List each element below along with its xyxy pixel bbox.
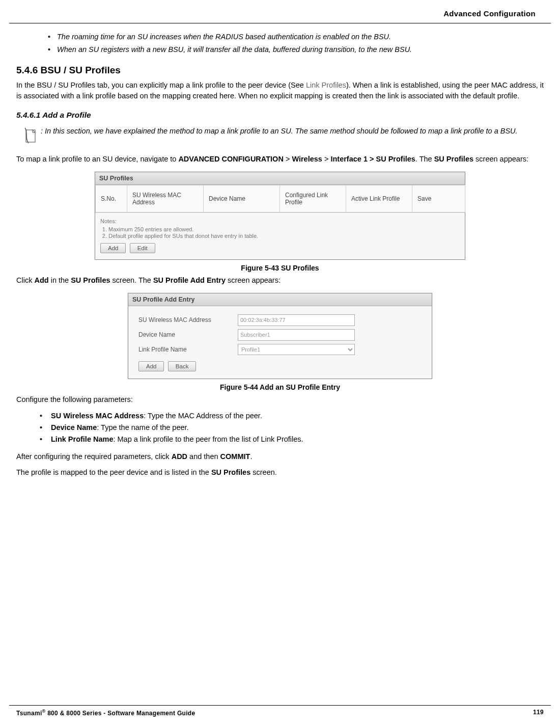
footer-text: 800 & 8000 Series - Software Management … <box>46 710 195 717</box>
device-label: Device Name <box>138 331 238 338</box>
form-row-mac: SU Wireless MAC Address <box>138 314 422 326</box>
col-active: Active Link Profile <box>346 185 412 212</box>
param-desc: : Map a link profile to the peer from th… <box>113 435 303 443</box>
note-text: : In this section, we have explained the… <box>41 126 518 137</box>
final-text: The profile is mapped to the peer device… <box>16 467 544 478</box>
body-bold: COMMIT <box>220 452 250 461</box>
nav-step: Interface 1 > SU Profiles <box>330 155 415 163</box>
body-text: in the <box>49 276 71 284</box>
back-button[interactable]: Back <box>168 361 197 371</box>
body-text: . The <box>415 155 434 163</box>
subsection-number: 5.4.6.1 <box>16 111 40 119</box>
param-desc: : Type the name of the peer. <box>97 423 188 432</box>
footer-rule <box>9 705 551 706</box>
panel-buttons: Add Back <box>138 361 422 371</box>
body-text: screen. The <box>110 276 153 284</box>
note-item: Maximum 250 entries are allowed. <box>108 226 460 232</box>
add-button[interactable]: Add <box>138 361 164 371</box>
body-text: . <box>250 452 252 461</box>
body-bold: SU Profiles <box>71 276 110 284</box>
footer-text: Tsunami <box>16 710 42 717</box>
body-text: Click <box>16 276 34 284</box>
param-desc: : Type the MAC Address of the peer. <box>144 412 262 420</box>
navigation-text: To map a link profile to an SU device, n… <box>16 154 544 165</box>
body-text: screen appears: <box>473 155 528 163</box>
param-name: SU Wireless MAC Address <box>51 412 144 420</box>
mac-label: SU Wireless MAC Address <box>138 316 238 323</box>
page-content: The roaming time for an SU increases whe… <box>0 23 560 478</box>
registered-icon: ® <box>42 709 46 714</box>
nav-step: ADVANCED CONFIGURATION <box>178 155 283 163</box>
form-row-device: Device Name <box>138 329 422 341</box>
body-text: In the BSU / SU Profiles tab, you can ex… <box>16 81 306 89</box>
device-input[interactable] <box>238 329 355 341</box>
body-text: After configuring the required parameter… <box>16 452 172 461</box>
page-footer: Tsunami® 800 & 8000 Series - Software Ma… <box>9 705 551 717</box>
body-text: The profile is mapped to the peer device… <box>16 468 211 476</box>
body-text: and then <box>187 452 220 461</box>
subsection-title: Add a Profile <box>42 111 91 119</box>
intro-bullets: The roaming time for an SU increases whe… <box>48 32 544 56</box>
mac-input[interactable] <box>238 314 355 326</box>
su-profile-add-panel: SU Profile Add Entry SU Wireless MAC Add… <box>128 293 432 379</box>
header-title: Advanced Configuration <box>443 9 536 18</box>
edit-button[interactable]: Edit <box>130 243 155 253</box>
col-save: Save <box>412 185 465 212</box>
link-profiles-ref[interactable]: Link Profiles <box>306 81 346 89</box>
col-sno: S.No. <box>96 185 127 212</box>
param-item: SU Wireless MAC Address: Type the MAC Ad… <box>37 410 544 422</box>
page-header: Advanced Configuration <box>0 0 560 23</box>
col-mac: SU Wireless MAC Address <box>127 185 204 212</box>
footer-product: Tsunami® 800 & 8000 Series - Software Ma… <box>16 709 195 717</box>
footer-content: Tsunami® 800 & 8000 Series - Software Ma… <box>9 709 551 717</box>
section-heading: 5.4.6 BSU / SU Profiles <box>16 65 544 76</box>
profile-select[interactable]: Profile1 <box>238 344 355 355</box>
after-config-text: After configuring the required parameter… <box>16 451 544 462</box>
panel-body: SU Wireless MAC Address Device Name Link… <box>128 306 432 379</box>
figure-1: SU Profiles S.No. SU Wireless MAC Addres… <box>16 172 544 272</box>
body-text: > <box>322 155 331 163</box>
configure-text: Configure the following parameters: <box>16 394 544 405</box>
nav-step: Wireless <box>292 155 322 163</box>
body-bold: SU Profile Add Entry <box>153 276 226 284</box>
page-number: 119 <box>533 709 544 717</box>
body-text: screen appears: <box>226 276 281 284</box>
body-text: screen. <box>250 468 277 476</box>
profile-label: Link Profile Name <box>138 346 238 353</box>
intro-bullet: When an SU registers with a new BSU, it … <box>48 44 544 56</box>
add-button[interactable]: Add <box>100 243 126 253</box>
figure-caption: Figure 5-44 Add an SU Profile Entry <box>16 383 544 391</box>
figure-caption: Figure 5-43 SU Profiles <box>16 264 544 272</box>
body-bold: ADD <box>172 452 187 461</box>
su-profiles-table: S.No. SU Wireless MAC Address Device Nam… <box>95 185 465 212</box>
section-title: BSU / SU Profiles <box>41 65 121 75</box>
body-text: To map a link profile to an SU device, n… <box>16 155 178 163</box>
notes-label: Notes: <box>100 218 460 224</box>
param-name: Device Name <box>51 423 97 432</box>
note-item: Default profile applied for SUs that don… <box>108 233 460 239</box>
form-row-profile: Link Profile Name Profile1 <box>138 344 422 355</box>
col-configured: Configured Link Profile <box>280 185 346 212</box>
click-add-text: Click Add in the SU Profiles screen. The… <box>16 275 544 286</box>
col-device: Device Name <box>204 185 280 212</box>
param-item: Device Name: Type the name of the peer. <box>37 422 544 434</box>
param-name: Link Profile Name <box>51 435 113 443</box>
param-list: SU Wireless MAC Address: Type the MAC Ad… <box>37 410 544 446</box>
intro-bullet: The roaming time for an SU increases whe… <box>48 32 544 43</box>
panel-header: SU Profiles <box>95 172 465 185</box>
notes-list: Maximum 250 entries are allowed. Default… <box>108 226 460 239</box>
nav-step: SU Profiles <box>434 155 473 163</box>
subsection-heading: 5.4.6.1 Add a Profile <box>16 111 544 120</box>
section-number: 5.4.6 <box>16 65 38 75</box>
body-bold: Add <box>34 276 48 284</box>
section-body: In the BSU / SU Profiles tab, you can ex… <box>16 80 544 101</box>
note-icon <box>23 127 39 147</box>
param-item: Link Profile Name: Map a link profile to… <box>37 434 544 445</box>
figure-2: SU Profile Add Entry SU Wireless MAC Add… <box>16 293 544 391</box>
body-bold: SU Profiles <box>211 468 250 476</box>
note-block: : In this section, we have explained the… <box>23 126 544 147</box>
panel-body: Notes: Maximum 250 entries are allowed. … <box>95 212 465 259</box>
panel-header: SU Profile Add Entry <box>128 293 432 306</box>
su-profiles-panel: SU Profiles S.No. SU Wireless MAC Addres… <box>95 172 465 260</box>
body-text: > <box>284 155 292 163</box>
